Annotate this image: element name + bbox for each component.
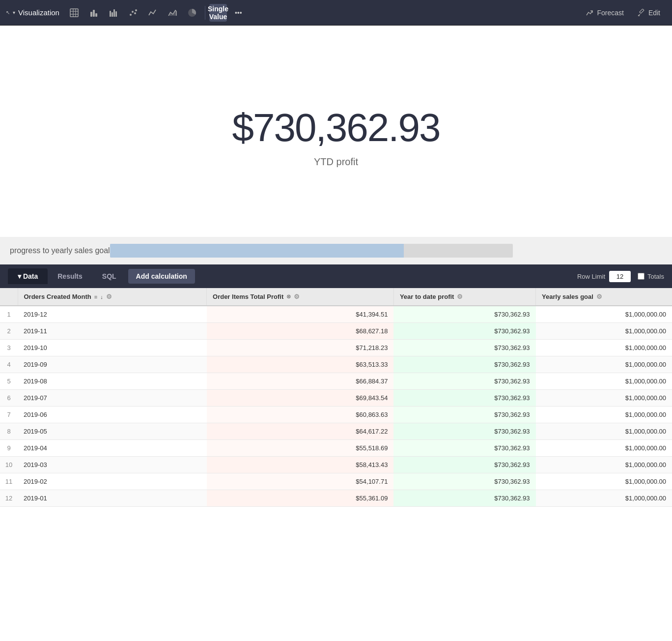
row-goal: $1,000,000.00 — [536, 440, 672, 457]
table-row: 6 2019-07 $69,843.54 $730,362.93 $1,000,… — [0, 390, 672, 407]
row-num: 8 — [0, 423, 18, 440]
data-toolbar: ▾ Data Results SQL Add calculation Row L… — [0, 264, 672, 288]
progress-track — [110, 244, 513, 258]
row-ytd: $730,362.93 — [393, 423, 535, 440]
row-goal: $1,000,000.00 — [536, 323, 672, 340]
row-ytd: $730,362.93 — [393, 490, 535, 507]
add-calculation-btn[interactable]: Add calculation — [128, 269, 195, 284]
row-month: 2019-04 — [18, 440, 207, 457]
table-row: 7 2019-06 $60,863.63 $730,362.93 $1,000,… — [0, 407, 672, 423]
table-row: 3 2019-10 $71,218.23 $730,362.93 $1,000,… — [0, 340, 672, 356]
data-table-container: Orders Created Month ≡ ↓ ⚙ Order Items T… — [0, 288, 672, 507]
row-month: 2019-02 — [18, 473, 207, 490]
orders-month-gear-icon[interactable]: ⚙ — [106, 293, 112, 300]
row-goal: $1,000,000.00 — [536, 340, 672, 356]
row-ytd: $730,362.93 — [393, 440, 535, 457]
pie-chart-icon-btn[interactable] — [183, 4, 201, 22]
row-ytd: $730,362.93 — [393, 457, 535, 473]
row-ytd: $730,362.93 — [393, 340, 535, 356]
row-month: 2019-11 — [18, 323, 207, 340]
svg-rect-9 — [112, 12, 113, 17]
forecast-icon — [586, 9, 594, 17]
edit-label: Edit — [648, 9, 660, 17]
col-ytd-profit-label: Year to date profit — [400, 293, 454, 300]
edit-btn[interactable]: Edit — [632, 6, 666, 20]
area-chart-icon — [168, 8, 177, 18]
area-chart-icon-btn[interactable] — [164, 4, 181, 22]
svg-rect-11 — [115, 11, 117, 17]
col-total-profit-header: Order Items Total Profit ⊗ ⚙ — [207, 288, 394, 306]
more-options-btn[interactable]: ••• — [229, 6, 248, 20]
row-num: 11 — [0, 473, 18, 490]
table-row: 4 2019-09 $63,513.33 $730,362.93 $1,000,… — [0, 356, 672, 373]
forecast-btn[interactable]: Forecast — [580, 6, 629, 20]
line-chart-icon — [148, 8, 158, 18]
cursor-arrow-icon[interactable]: ↖ — [6, 10, 10, 15]
table-row: 2 2019-11 $68,627.18 $730,362.93 $1,000,… — [0, 323, 672, 340]
main-value-display: $730,362.93 — [232, 105, 440, 150]
table-row: 11 2019-02 $54,107.71 $730,362.93 $1,000… — [0, 473, 672, 490]
row-ytd: $730,362.93 — [393, 373, 535, 390]
ytd-profit-gear-icon[interactable]: ⚙ — [457, 293, 463, 300]
tab-data-arrow: ▾ — [18, 272, 21, 280]
tab-sql[interactable]: SQL — [92, 268, 126, 284]
row-num: 10 — [0, 457, 18, 473]
row-profit: $66,884.37 — [207, 373, 394, 390]
row-num: 9 — [0, 440, 18, 457]
row-profit: $64,617.22 — [207, 423, 394, 440]
scatter-icon — [128, 8, 138, 18]
col-ytd-profit-header: Year to date profit ⚙ — [393, 288, 535, 306]
bar-chart-icon — [89, 8, 99, 18]
row-month: 2019-12 — [18, 306, 207, 323]
row-limit-input[interactable] — [609, 271, 631, 282]
grouped-bar-icon — [109, 8, 118, 18]
row-month: 2019-10 — [18, 340, 207, 356]
grouped-bar-icon-btn[interactable] — [105, 4, 122, 22]
scatter-icon-btn[interactable] — [124, 4, 142, 22]
row-num: 7 — [0, 407, 18, 423]
row-goal: $1,000,000.00 — [536, 423, 672, 440]
totals-checkbox-label[interactable]: Totals — [638, 273, 664, 280]
sort-desc-icon[interactable]: ↓ — [100, 294, 103, 300]
totals-checkbox[interactable] — [638, 273, 644, 280]
tab-results[interactable]: Results — [48, 268, 92, 284]
total-profit-gear-icon[interactable]: ⚙ — [294, 293, 300, 300]
row-ytd: $730,362.93 — [393, 356, 535, 373]
row-goal: $1,000,000.00 — [536, 473, 672, 490]
row-goal: $1,000,000.00 — [536, 306, 672, 323]
bar-chart-icon-btn[interactable] — [85, 4, 103, 22]
svg-point-15 — [135, 9, 137, 11]
single-value-btn[interactable]: Single Value — [209, 4, 227, 22]
row-profit: $63,513.33 — [207, 356, 394, 373]
col-total-profit-label: Order Items Total Profit — [213, 293, 283, 300]
row-num: 6 — [0, 390, 18, 407]
line-chart-icon-btn[interactable] — [144, 4, 162, 22]
row-goal: $1,000,000.00 — [536, 390, 672, 407]
svg-rect-18 — [640, 9, 644, 13]
table-icon-btn[interactable] — [65, 4, 83, 22]
svg-rect-7 — [95, 13, 97, 17]
yearly-goal-gear-icon[interactable]: ⚙ — [596, 293, 602, 300]
svg-rect-5 — [90, 12, 92, 17]
row-num: 3 — [0, 340, 18, 356]
edit-icon — [638, 9, 645, 17]
tab-sql-label: SQL — [102, 272, 116, 280]
row-month: 2019-08 — [18, 373, 207, 390]
tab-data-label: Data — [23, 272, 38, 280]
single-value-label: Single Value — [208, 5, 228, 21]
table-row: 1 2019-12 $41,394.51 $730,362.93 $1,000,… — [0, 306, 672, 323]
row-ytd: $730,362.93 — [393, 473, 535, 490]
table-header-row: Orders Created Month ≡ ↓ ⚙ Order Items T… — [0, 288, 672, 306]
table-row: 10 2019-03 $58,413.43 $730,362.93 $1,000… — [0, 457, 672, 473]
svg-point-13 — [132, 11, 134, 13]
dropdown-arrow-icon[interactable]: ▾ — [13, 10, 15, 15]
row-month: 2019-06 — [18, 407, 207, 423]
row-profit: $41,394.51 — [207, 306, 394, 323]
table-icon — [69, 8, 79, 18]
tab-data[interactable]: ▾ Data — [8, 268, 48, 284]
col-orders-month-header: Orders Created Month ≡ ↓ ⚙ — [18, 288, 207, 306]
pivot-icon: ⊗ — [286, 293, 291, 300]
toolbar-title: Visualization — [18, 8, 59, 17]
visualization-area: $730,362.93 YTD profit — [0, 26, 672, 237]
row-num: 1 — [0, 306, 18, 323]
